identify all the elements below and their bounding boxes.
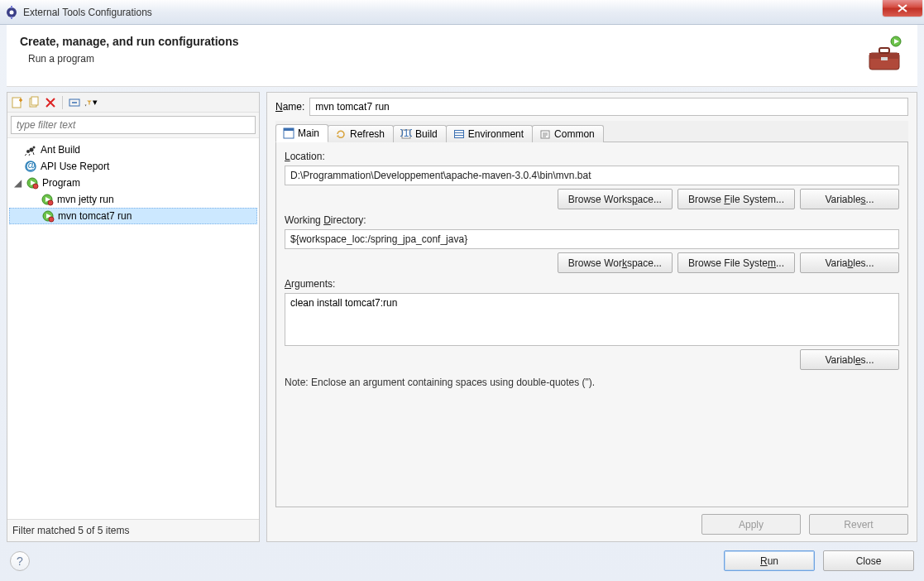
tab-build[interactable]: 010 Build [393,125,447,142]
svg-point-1 [10,10,14,14]
arguments-textarea[interactable] [285,293,899,346]
location-field[interactable]: D:\Programmation\Developpement\apache-ma… [285,166,899,185]
svg-rect-8 [879,48,889,53]
tree-item-mvn-jetty[interactable]: mvn jetty run [9,191,257,208]
svg-rect-37 [455,131,463,132]
environment-tab-icon [453,128,465,140]
app-icon [5,6,18,19]
filter-dropdown-icon[interactable]: ▾ [84,96,98,109]
program-run-icon [41,209,55,223]
svg-marker-16 [85,104,87,106]
tab-refresh[interactable]: Refresh [328,125,394,142]
page-title: Create, manage, and run configurations [20,35,864,48]
filter-input[interactable] [11,116,256,134]
workdir-group: Working Directory: ${workspace_loc:/spri… [285,214,899,273]
workdir-browse-workspace-button[interactable]: Browse Workspace... [558,252,673,273]
svg-point-18 [30,148,34,152]
page-subtitle: Run a program [28,53,864,65]
tab-label: Environment [468,128,524,140]
tab-label: Common [554,128,595,140]
svg-point-17 [26,150,30,153]
tree-label: API Use Report [41,161,109,172]
header-panel: Create, manage, and run configurations R… [7,25,917,87]
filter-status: Filter matched 5 of 5 items [7,519,259,541]
svg-rect-32 [284,128,294,131]
tree-label: Program [42,177,80,189]
program-icon [26,176,39,190]
api-report-icon: @ [24,160,37,173]
config-tree[interactable]: Ant Build @ API Use Report ◢ Program mvn… [7,137,259,519]
name-label: Name: [275,101,304,113]
window-titlebar: External Tools Configurations [0,0,924,25]
workdir-browse-filesystem-button[interactable]: Browse File System... [677,252,795,273]
collapse-all-icon[interactable] [68,96,81,109]
svg-rect-10 [12,98,21,108]
arguments-variables-button[interactable]: Variables... [800,349,899,370]
run-button[interactable]: Run [724,550,815,571]
tree-label: mvn jetty run [57,194,114,205]
tree-item-mvn-tomcat[interactable]: mvn tomcat7 run [9,208,257,224]
tabbar: Main Refresh 010 Build Environment Commo… [275,121,908,142]
svg-point-30 [49,217,54,222]
run-toolbox-icon [864,35,904,74]
apply-button[interactable]: Apply [701,514,801,535]
svg-point-27 [48,200,53,205]
common-tab-icon [539,128,551,140]
svg-rect-38 [455,133,463,135]
main-tab-icon [283,127,294,139]
main-tab-content: Location: D:\Programmation\Developpement… [275,142,908,507]
location-browse-filesystem-button[interactable]: Browse File System... [677,189,795,209]
tab-common[interactable]: Common [532,125,604,142]
location-browse-workspace-button[interactable]: Browse Workspace... [558,189,673,209]
new-config-icon[interactable] [11,96,24,109]
svg-rect-2 [11,6,12,8]
tab-environment[interactable]: Environment [446,125,533,142]
svg-point-19 [33,146,36,149]
delete-config-icon[interactable] [44,96,57,109]
revert-button[interactable]: Revert [809,514,908,535]
help-button[interactable]: ? [10,551,30,571]
tree-item-ant-build[interactable]: Ant Build [9,142,257,158]
program-run-icon [41,193,54,206]
tree-item-api-report[interactable]: @ API Use Report [9,158,257,175]
svg-rect-3 [11,17,12,19]
tab-label: Build [415,128,438,140]
arguments-label: Arguments: [285,278,899,290]
tree-label: mvn tomcat7 run [58,210,132,222]
configurations-pane: ▾ Ant Build @ API Use Report ◢ Program [7,92,260,542]
window-title: External Tools Configurations [23,7,883,18]
workdir-label: Working Directory: [285,214,899,226]
expander-icon[interactable]: ◢ [12,177,22,189]
left-toolbar: ▾ [7,93,259,113]
duplicate-config-icon[interactable] [27,96,41,109]
location-variables-button[interactable]: Variables... [800,189,899,209]
ant-icon [24,143,37,156]
tab-label: Refresh [350,128,385,140]
svg-rect-12 [31,97,38,105]
window-close-button[interactable] [883,0,922,17]
location-label: Location: [285,151,899,162]
workdir-field[interactable]: ${workspace_loc:/spring_jpa_conf_java} [285,229,899,249]
svg-rect-15 [89,102,89,104]
svg-rect-9 [881,57,888,60]
tab-main[interactable]: Main [275,124,328,142]
svg-rect-39 [455,136,463,137]
build-tab-icon: 010 [400,128,412,140]
config-editor-pane: Name: Main Refresh 010 Build E [266,92,917,542]
svg-text:010: 010 [400,128,412,139]
name-input[interactable] [309,98,908,116]
arguments-note: Note: Enclose an argument containing spa… [285,377,899,388]
location-group: Location: D:\Programmation\Developpement… [285,151,899,209]
close-button[interactable]: Close [823,550,914,571]
tree-label: Ant Build [41,144,80,156]
tree-item-program[interactable]: ◢ Program [9,175,257,191]
tab-label: Main [298,127,319,139]
workdir-variables-button[interactable]: Variables... [800,252,899,273]
svg-point-24 [33,184,38,189]
refresh-tab-icon [335,128,347,140]
arguments-group: Arguments: Variables... [285,278,899,370]
svg-text:@: @ [26,160,36,171]
dialog-footer: ? Run Close [7,542,917,574]
